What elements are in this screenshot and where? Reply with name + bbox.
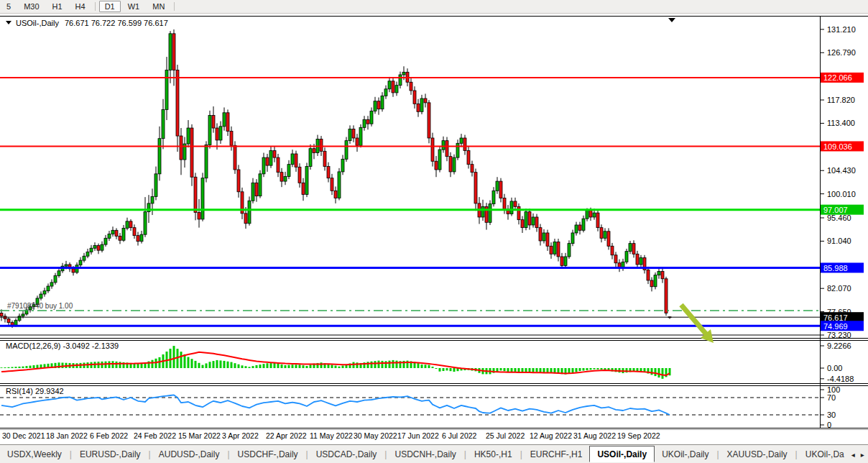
chart-tab-eurchf-h1[interactable]: EURCHF-,H1 [523,447,590,462]
date-label: 12 Aug 2022 [530,431,572,440]
chart-tab-eurusd-daily[interactable]: EURUSD-,Daily [73,447,148,462]
macd-bar [425,365,427,368]
candle [492,187,495,206]
price-tick-label: 117.820 [827,96,855,104]
candle [661,269,664,283]
chart-shift-marker-icon[interactable] [668,18,675,22]
candle [115,228,118,239]
candle [521,216,524,233]
date-label: 11 May 2022 [310,431,353,440]
macd-bar [4,367,6,368]
candle [474,169,477,211]
date-label: 17 Jun 2022 [397,431,439,440]
chart-tab-audusd-daily[interactable]: AUDUSD-,Daily [152,447,227,462]
candle [553,239,556,256]
candle [338,168,341,201]
macd-bar [231,362,233,368]
candle [165,57,168,120]
chart-tab-usoil-daily[interactable]: USOil-,Daily [589,446,655,462]
tab-separator: | [306,449,308,459]
macd-bar [22,367,24,368]
macd-tick-label: 9.2266 [827,341,851,350]
chart-tab-usdcnh-daily[interactable]: USDCNH-,Daily [387,447,463,462]
time-axis[interactable]: 30 Dec 202118 Jan 20226 Feb 202224 Feb 2… [2,431,660,440]
candle [151,188,154,215]
candle [119,233,121,244]
chart-tab-usdcad-daily[interactable]: USDCAD-,Daily [309,447,384,462]
candle [611,243,614,260]
macd-bar [116,362,118,368]
tab-separator: | [716,449,719,459]
candle [180,128,183,175]
candle [348,125,351,144]
candle [295,151,297,172]
candle [208,111,211,149]
macd-bar [586,368,588,370]
macd-bar [234,363,236,368]
price-axis[interactable]: 131.210126.790117.820113.400104.430100.0… [820,25,864,339]
date-label: 19 Sep 2022 [617,431,660,440]
price-tick-label: 131.210 [827,25,856,34]
candle [269,147,272,168]
tab-scroll-right-icon[interactable]: ▸ [861,451,864,459]
candle [255,179,258,202]
highlighted-price-label: 109.036 [823,142,852,151]
chart-tab-usdchf-daily[interactable]: USDCHF-,Daily [231,447,305,462]
chart-tab-hk50-h1[interactable]: HK50-,H1 [467,447,520,462]
candle [108,231,111,241]
macd-bar [583,368,585,371]
macd-bar [450,368,452,371]
macd-bar [8,367,10,368]
candle [632,240,635,257]
price-tick-label: 73.230 [827,331,851,339]
tab-separator: | [149,449,151,459]
candle [546,230,549,251]
date-label: 22 Apr 2022 [266,431,307,440]
macd-bar [342,365,344,368]
macd-bar [108,361,111,368]
macd-bar [579,368,581,371]
candle [291,150,294,167]
chart-tab-ukoil-da[interactable]: UKOil-,Da [798,447,851,462]
candle [262,153,265,178]
candle [453,155,456,175]
macd-bar [26,366,28,368]
macd-bar [378,361,380,368]
candle [582,216,585,232]
candle [575,222,578,236]
chart-tab-xauusd-daily[interactable]: XAUUSD-,Daily [720,447,795,462]
macd-bar [270,363,272,368]
candle [104,235,107,247]
candle [50,279,53,288]
macd-bar [432,367,434,368]
date-label: 6 Feb 2022 [90,431,128,440]
macd-bar [112,361,114,368]
macd-bar [335,366,337,368]
chart-dropdown-icon[interactable] [6,21,11,24]
candle [137,232,139,246]
date-label: 30 May 2022 [354,431,397,440]
macd-indicator-pane: 9.22660.00-4.4188 [1,341,854,383]
candle [154,167,157,201]
macd-bar [536,368,538,372]
tab-scroll-left-icon[interactable]: ◂ [851,451,855,459]
candle [413,86,416,109]
candle [542,229,545,244]
chart-area[interactable]: 131.210126.790117.820113.400104.430100.0… [0,0,868,463]
macd-bar [170,349,172,368]
macd-bar [651,368,653,375]
candle [596,210,599,231]
macd-bar [367,362,369,368]
candle [640,255,642,267]
chart-tab-ukoil-daily[interactable]: UKOil-,Daily [655,447,716,462]
chart-tab-usdx-weekly[interactable]: USDX,Weekly [0,447,69,462]
macd-bar [184,354,186,368]
rsi-tick-label: 0 [827,421,831,429]
macd-bar [281,365,283,368]
candle [463,135,466,155]
date-label: 18 Jan 2022 [46,431,88,440]
macd-bar [202,365,204,368]
candle [79,257,82,267]
rsi-indicator-pane: 10070300 [0,385,840,429]
candle [647,267,650,284]
